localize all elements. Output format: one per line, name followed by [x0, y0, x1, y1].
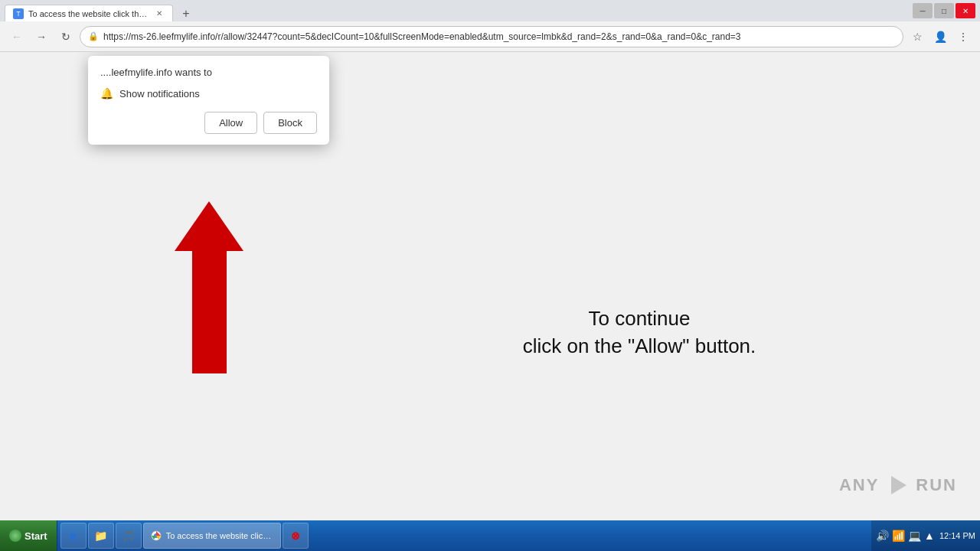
window-controls: ─ □ ✕ [908, 0, 980, 21]
url-text: https://ms-26.leefmylife.info/r/allow/32… [103, 31, 895, 42]
popup-permission-row: 🔔 Show notifications [100, 87, 317, 99]
block-button[interactable]: Block [263, 112, 317, 134]
close-button[interactable]: ✕ [956, 3, 975, 18]
tab-favicon: T [13, 8, 24, 19]
profile-button[interactable]: 👤 [929, 26, 951, 47]
reload-button[interactable]: ↻ [55, 26, 77, 47]
start-button[interactable]: Start [0, 520, 57, 551]
instruction-line1: To continue [345, 305, 934, 332]
popup-buttons: Allow Block [100, 112, 317, 134]
arrow-indicator [175, 201, 243, 373]
show-desktop-icon[interactable]: 💻 [908, 530, 921, 542]
taskbar-security-icon[interactable]: ⊗ [283, 523, 309, 549]
tab-title: To access the website click the "Allo [28, 9, 149, 18]
security-icon: ⊗ [289, 530, 302, 542]
taskbar-media-icon[interactable]: 🎵 [116, 523, 142, 549]
watermark-logo [885, 473, 910, 497]
svg-marker-0 [891, 476, 906, 494]
popup-title: ....leefmylife.info wants to [100, 67, 317, 78]
start-label: Start [24, 530, 47, 542]
watermark-text-run: RUN [916, 475, 957, 495]
instruction-line2: click on the "Allow" button. [345, 332, 934, 360]
folder-icon: 📁 [95, 530, 107, 542]
notification-popup: ....leefmylife.info wants to 🔔 Show noti… [88, 56, 329, 145]
taskbar-ie-icon[interactable]: e [60, 523, 87, 549]
start-orb [9, 530, 21, 542]
taskbar-chrome-item[interactable]: To access the website click the "Allo [143, 523, 281, 549]
lock-icon: 🔒 [88, 31, 99, 41]
browser-window: T To access the website click the "Allo … [0, 0, 980, 520]
network-icon[interactable]: 📶 [892, 530, 905, 542]
maximize-button[interactable]: □ [934, 3, 954, 18]
bookmark-button[interactable]: ☆ [906, 26, 928, 47]
back-button[interactable]: ← [6, 26, 28, 47]
chrome-taskbar-icon [150, 530, 162, 542]
speaker-icon[interactable]: 🔊 [876, 530, 889, 542]
main-instruction: To continue click on the "Allow" button. [345, 305, 934, 360]
watermark: ANY RUN [839, 473, 957, 497]
minimize-button[interactable]: ─ [913, 3, 933, 18]
ie-icon: e [67, 530, 80, 542]
toolbar-right: ☆ 👤 ⋮ [906, 26, 974, 47]
permission-text: Show notifications [119, 88, 200, 99]
forward-button[interactable]: → [31, 26, 52, 47]
new-tab-button[interactable]: + [176, 6, 196, 21]
title-bar: T To access the website click the "Allo … [0, 0, 980, 21]
systray-icons: 🔊 📶 💻 ▲ [876, 530, 935, 542]
media-icon: 🎵 [122, 530, 135, 542]
page-content: ....leefmylife.info wants to 🔔 Show noti… [0, 52, 980, 520]
notification-area-icon[interactable]: ▲ [924, 530, 935, 542]
arrow-head [175, 201, 243, 251]
allow-button[interactable]: Allow [204, 112, 257, 134]
watermark-text-any: ANY [839, 475, 879, 495]
toolbar: ← → ↻ 🔒 https://ms-26.leefmylife.info/r/… [0, 21, 980, 52]
chrome-taskbar-title: To access the website click the "Allo [166, 531, 273, 540]
active-tab[interactable]: T To access the website click the "Allo … [5, 5, 173, 21]
tab-strip: T To access the website click the "Allo … [0, 0, 908, 21]
taskbar-items: e 📁 🎵 To [57, 523, 871, 549]
system-clock: 12:14 PM [939, 530, 975, 541]
tab-close-button[interactable]: ✕ [154, 8, 165, 19]
taskbar: Start e 📁 🎵 [0, 520, 980, 551]
address-bar[interactable]: 🔒 https://ms-26.leefmylife.info/r/allow/… [80, 26, 903, 47]
taskbar-folder-icon[interactable]: 📁 [88, 523, 114, 549]
menu-button[interactable]: ⋮ [952, 26, 974, 47]
arrow-shaft [192, 251, 227, 373]
bell-icon: 🔔 [100, 87, 113, 99]
taskbar-right: 🔊 📶 💻 ▲ 12:14 PM [871, 520, 980, 551]
